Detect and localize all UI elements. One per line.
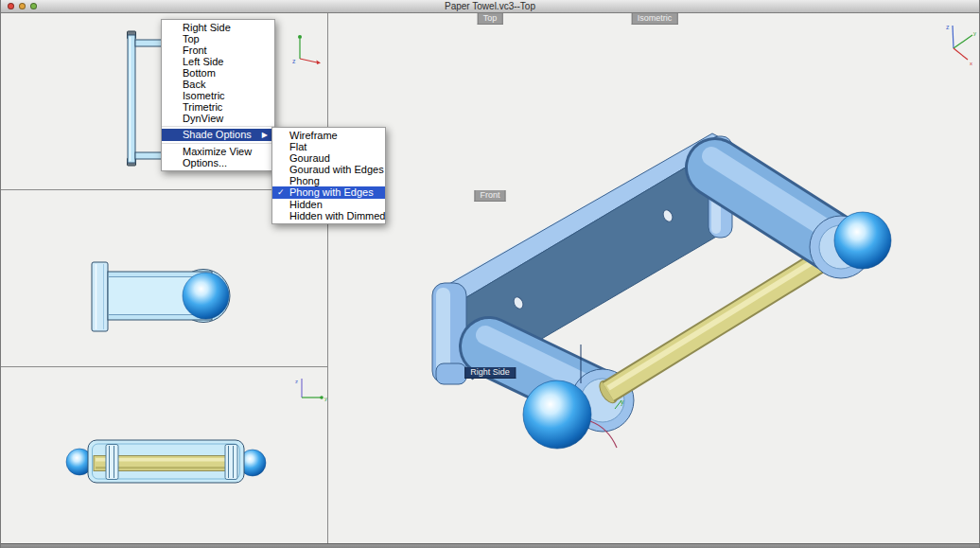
back-board-shape — [128, 35, 135, 163]
view-context-menu: Right SideTopFrontLeft SideBottomBackIso… — [161, 19, 275, 171]
axis-triad-right-side: z y — [295, 379, 327, 401]
submenu-arrow-icon: ▶ — [262, 129, 268, 141]
menu-item-phong[interactable]: Phong — [272, 175, 385, 186]
axis-z-label: z — [295, 379, 298, 384]
menu-item-label: Left Side — [183, 56, 223, 67]
menu-item-label: Bottom — [183, 67, 216, 79]
menu-item-bottom[interactable]: Bottom — [162, 67, 274, 79]
axis-x-label: x — [970, 61, 972, 66]
end-cap-shape — [225, 445, 237, 480]
axis-z-label: z — [292, 58, 296, 64]
right-side-view-model[interactable] — [66, 440, 266, 483]
menu-item-front[interactable]: Front — [162, 44, 274, 56]
ball-end-shape — [523, 380, 591, 449]
title-bar[interactable]: Paper Towel.vc3--Top — [1, 0, 979, 13]
menu-item-label: Maximize View — [183, 146, 252, 157]
menu-item-label: Hidden with Dimmed — [289, 210, 385, 221]
menu-item-label: Back — [183, 79, 205, 90]
menu-item-maximize-view[interactable]: Maximize View — [162, 146, 274, 157]
app-window: Paper Towel.vc3--Top z Top — [0, 0, 980, 548]
axis-triad-top: z — [292, 35, 321, 64]
board-foot — [436, 363, 466, 384]
menu-item-label: Shade Options — [183, 129, 252, 140]
axis-y-label: y — [621, 398, 624, 406]
menu-item-hidden[interactable]: Hidden — [272, 199, 385, 210]
menu-item-label: Front — [183, 44, 207, 56]
viewport-label-isometric[interactable]: Isometric — [632, 13, 678, 25]
front-view-model[interactable] — [92, 262, 230, 331]
menu-item-trimetric[interactable]: Trimetric — [162, 101, 274, 113]
end-cap-shape — [106, 445, 118, 480]
viewport-isometric[interactable]: y z y x — [328, 13, 980, 543]
check-icon: ✓ — [277, 186, 285, 199]
menu-item-options[interactable]: Options... — [162, 157, 274, 168]
menu-item-gouraud[interactable]: Gouraud — [272, 152, 385, 164]
menu-item-label: Right Side — [183, 22, 231, 33]
menu-item-label: Gouraud — [289, 152, 330, 164]
menu-item-label: Phong with Edges — [289, 186, 374, 198]
menu-separator — [162, 126, 274, 127]
window-bottom-edge — [1, 543, 979, 548]
menu-item-label: Options... — [183, 157, 227, 168]
menu-item-label: Flat — [289, 141, 306, 152]
menu-item-top[interactable]: Top — [162, 33, 274, 44]
menu-item-left-side[interactable]: Left Side — [162, 56, 274, 67]
back-board-shape — [92, 262, 108, 331]
viewport-right-side[interactable]: z y — [1, 367, 327, 543]
menu-separator — [162, 143, 274, 144]
menu-item-right-side[interactable]: Right Side — [162, 22, 274, 33]
menu-item-label: Hidden — [289, 199, 323, 210]
menu-item-label: Phong — [289, 175, 320, 186]
axis-z-label: z — [946, 24, 950, 30]
menu-item-label: DynView — [183, 113, 223, 124]
menu-item-gouraud-with-edges[interactable]: Gouraud with Edges — [272, 164, 385, 175]
ball-end-shape — [183, 273, 229, 319]
window-title: Paper Towel.vc3--Top — [1, 0, 979, 12]
ball-end-shape — [834, 212, 891, 269]
menu-item-label: Wireframe — [289, 130, 338, 141]
shade-options-submenu: WireframeFlatGouraudGouraud with EdgesPh… — [271, 127, 386, 224]
menu-item-flat[interactable]: Flat — [272, 141, 385, 152]
axis-y-label: y — [973, 30, 976, 36]
viewport-divider — [327, 13, 328, 543]
menu-item-back[interactable]: Back — [162, 79, 274, 90]
menu-item-phong-with-edges[interactable]: ✓Phong with Edges — [272, 186, 385, 199]
viewport-label-right-side[interactable]: Right Side — [464, 367, 516, 379]
menu-item-label: Gouraud with Edges — [289, 164, 384, 175]
menu-item-label: Trimetric — [183, 101, 222, 113]
menu-item-shade-options[interactable]: Shade Options▶ — [162, 129, 274, 141]
viewport-label-front[interactable]: Front — [474, 190, 505, 202]
menu-item-label: Top — [183, 33, 200, 44]
menu-item-label: Isometric — [183, 90, 225, 101]
axis-triad-isometric: z y x — [946, 24, 976, 66]
menu-item-hidden-with-dimmed[interactable]: Hidden with Dimmed — [272, 210, 385, 221]
menu-item-dynview[interactable]: DynView — [162, 113, 274, 124]
viewport-divider — [1, 366, 327, 367]
menu-item-wireframe[interactable]: Wireframe — [272, 130, 385, 141]
isometric-model[interactable]: y — [432, 133, 891, 449]
menu-item-isometric[interactable]: Isometric — [162, 90, 274, 101]
viewport-label-top[interactable]: Top — [478, 13, 503, 25]
